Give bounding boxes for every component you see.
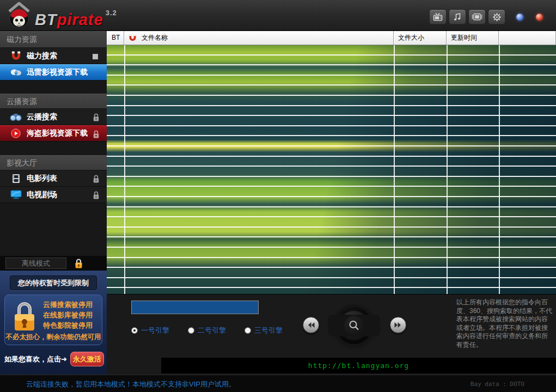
sidebar-item-xunlei-download[interactable]: 迅雷影视资源下载 xyxy=(0,64,107,81)
engine-option-1[interactable]: 一号引擎 xyxy=(131,326,169,335)
sidebar-item-label: 迅雷影视资源下载 xyxy=(27,68,88,77)
like-prompt: 如果您喜欢，点击➜ xyxy=(4,354,67,364)
connection-status-message: 云端连接失败，暂启用本地模式！本地模式不支持非VIP用户试用。 xyxy=(26,379,236,389)
lock-icon xyxy=(92,113,100,122)
permanent-activate-button[interactable]: 永久激活 xyxy=(70,352,104,366)
magnet-icon xyxy=(129,34,137,42)
grid-column-line xyxy=(499,45,500,294)
orange-lock-icon xyxy=(74,258,83,269)
sidebar-item-label: 云播搜索 xyxy=(27,112,57,122)
next-page-button[interactable] xyxy=(390,317,406,333)
app-title-bt: BT xyxy=(35,11,57,28)
lock-icon xyxy=(92,174,100,183)
status-square-badge xyxy=(93,54,98,59)
previous-page-button[interactable] xyxy=(303,317,319,333)
radio-icon[interactable] xyxy=(188,327,194,334)
tv-screen-icon xyxy=(10,189,22,200)
bay-data-label: Bay data : DOTO xyxy=(471,381,524,388)
restriction-line: 在线影库被停用 xyxy=(43,310,93,320)
magnifier-icon xyxy=(348,320,360,332)
grid-column-line xyxy=(394,45,395,294)
column-header-filesize[interactable]: 文件大小 xyxy=(394,31,447,45)
radio-selected-icon[interactable] xyxy=(131,327,138,334)
big-orange-lock-icon xyxy=(11,301,38,332)
binoculars-icon xyxy=(10,112,22,122)
restriction-line: 云播搜索被停用 xyxy=(43,299,93,310)
magnet-icon xyxy=(10,51,22,62)
restriction-line: 特色影院被停用 xyxy=(43,320,93,330)
privilege-notice: 您的特权暂时受到限制 xyxy=(10,275,97,290)
column-header-empty xyxy=(499,31,556,45)
pirate-skull-logo xyxy=(5,2,33,30)
column-header-updated[interactable]: 更新时间 xyxy=(447,31,499,45)
activate-row: 如果您喜欢，点击➜ 永久激活 xyxy=(0,352,107,366)
lock-icon xyxy=(92,130,100,139)
restriction-box: 云播搜索被停用 在线影库被停用 特色影院被停用 不必太担心，剩余功能仍然可用 xyxy=(4,295,102,345)
engine-label: 一号引擎 xyxy=(141,326,169,335)
search-button[interactable] xyxy=(335,307,372,344)
restriction-panel: 您的特权暂时受到限制 云播搜索被停用 在线影库被停用 特色影院被停用 不必太担心… xyxy=(0,271,107,375)
sidebar-item-pirate-download[interactable]: 海盗影视资源下载 xyxy=(0,125,107,142)
btpirate-window: BTpirate3.2 xyxy=(0,0,556,392)
sidebar-spacer xyxy=(0,203,107,256)
play-circle-icon xyxy=(10,128,22,139)
sidebar-item-cloudplay-search[interactable]: 云播搜索 xyxy=(0,109,107,125)
status-bar: 云端连接失败，暂启用本地模式！本地模式不支持非VIP用户试用。 Bay data… xyxy=(0,375,556,392)
sidebar-item-label: 电影列表 xyxy=(27,174,57,183)
sidebar-section-cloudplay: 云播资源 xyxy=(0,94,107,109)
table-header: BT 文件名称 文件大小 更新时间 xyxy=(107,31,556,45)
double-right-arrow-icon xyxy=(394,321,402,329)
sidebar-item-tv-theater[interactable]: 电视剧场 xyxy=(0,187,107,203)
sidebar-item-movie-list[interactable]: 电影列表 xyxy=(0,170,107,187)
offline-mode-button[interactable]: 离线模式 xyxy=(5,258,66,269)
close-button[interactable] xyxy=(536,14,543,21)
title-bar: BTpirate3.2 xyxy=(0,0,556,31)
content-disclaimer: 以上所有内容根据您的指令向百度、360、搜狗索取的结果，不代表本程序赞成被搜索网… xyxy=(456,298,553,349)
sidebar-section-magnet: 磁力资源 xyxy=(0,31,107,48)
reassurance-text: 不必太担心，剩余功能仍然可用 xyxy=(5,333,102,342)
engine-option-2[interactable]: 二号引擎 xyxy=(188,326,226,335)
tv-icon xyxy=(433,13,443,21)
sidebar-spacer xyxy=(0,81,107,94)
results-grid-landscape-background[interactable] xyxy=(107,45,556,294)
minimize-button[interactable] xyxy=(516,14,523,21)
app-version: 3.2 xyxy=(106,9,117,17)
search-knob-center xyxy=(344,316,364,335)
app-title: BTpirate3.2 xyxy=(35,9,117,29)
sidebar-item-label: 磁力搜索 xyxy=(27,51,57,61)
column-header-label: 文件名称 xyxy=(142,31,168,45)
search-input[interactable] xyxy=(131,301,259,314)
engine-option-3[interactable]: 三号引擎 xyxy=(245,326,283,335)
engine-label: 二号引擎 xyxy=(198,326,226,335)
app-title-pirate: pirate xyxy=(57,11,103,28)
radio-icon[interactable] xyxy=(245,327,251,334)
column-header-filename[interactable]: 文件名称 xyxy=(124,31,394,45)
sidebar-item-magnet-search[interactable]: 磁力搜索 xyxy=(0,48,107,64)
settings-toolbar-button[interactable] xyxy=(488,9,505,24)
sidebar-item-label: 海盗影视资源下载 xyxy=(27,128,88,138)
music-toolbar-button[interactable] xyxy=(449,9,466,24)
sidebar-item-label: 电视剧场 xyxy=(27,190,57,200)
sidebar: 磁力资源 磁力搜索 迅雷影视资源下载 xyxy=(0,31,107,375)
tv-toolbar-button[interactable] xyxy=(429,9,447,24)
film-toolbar-button[interactable] xyxy=(468,9,486,24)
main-area: BT 文件名称 文件大小 更新时间 xyxy=(107,31,556,375)
music-icon xyxy=(453,13,462,21)
search-panel: 一号引擎 二号引擎 三号引擎 xyxy=(107,294,556,375)
grid-column-line xyxy=(124,45,125,294)
film-list-icon xyxy=(10,173,22,184)
grid-column-line xyxy=(447,45,448,294)
sidebar-spacer xyxy=(0,142,107,155)
double-left-arrow-icon xyxy=(307,321,315,329)
film-icon xyxy=(472,13,482,21)
cloud-download-icon xyxy=(10,67,22,78)
offline-mode-row: 离线模式 xyxy=(0,256,107,271)
lock-icon xyxy=(92,191,100,200)
site-url-strip: http://bt.langyan.org xyxy=(161,358,556,373)
settings-gear-icon xyxy=(492,13,502,22)
engine-label: 三号引擎 xyxy=(254,326,283,335)
engine-radio-group: 一号引擎 二号引擎 三号引擎 xyxy=(131,326,283,335)
sidebar-section-movie-hall: 影视大厅 xyxy=(0,155,107,170)
site-url-link[interactable]: http://bt.langyan.org xyxy=(308,362,409,370)
column-header-bt[interactable]: BT xyxy=(107,31,124,45)
